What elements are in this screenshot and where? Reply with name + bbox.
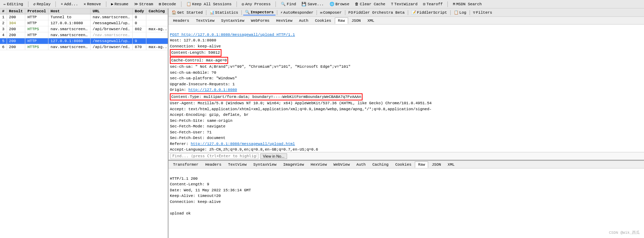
btn-composer[interactable]: ✉ Composer: [318, 10, 343, 15]
orchestra-icon: FO: [348, 11, 353, 15]
col-header-url[interactable]: URL: [91, 8, 133, 14]
col-header-protocol[interactable]: Protocol: [25, 8, 48, 14]
tab-resp-syntaxview[interactable]: SyntaxView: [250, 161, 280, 168]
tab-resp-textview[interactable]: TextView: [225, 161, 250, 168]
tab-resp-raw[interactable]: Raw: [415, 161, 428, 168]
btn-orchestra[interactable]: FO Fiddler Orchestra Beta: [347, 10, 406, 15]
log-icon: 📋: [454, 10, 459, 15]
tab-xml[interactable]: XML: [364, 18, 378, 24]
toolbar-decode[interactable]: ⊞ Decode: [157, 1, 177, 7]
right-toolbar: 🏠 Get Started 📊 Statistics 🔍 Inspectors …: [168, 8, 644, 17]
toolbar-tearoff[interactable]: ⊡ Tearoff: [422, 1, 444, 7]
table-row[interactable]: 6 200 HTTPS nav.smartscreen.mi... /api/b…: [0, 44, 168, 50]
cell-host: Tunnel to: [48, 14, 91, 20]
col-header-caching[interactable]: Caching: [146, 8, 168, 14]
toolbar-sep-6: [275, 1, 276, 7]
cell-caching: max-ag...: [146, 44, 168, 50]
toolbar-keep-all[interactable]: 📋 Keep All Sessions: [185, 1, 233, 7]
tab-raw[interactable]: Raw: [335, 18, 348, 24]
col-header-result[interactable]: Result: [7, 8, 25, 14]
request-text: POST http://127.0.0.1:8080/messagewall/u…: [170, 26, 643, 152]
toolbar-resume[interactable]: ▶ Resume: [110, 1, 130, 7]
find-bar: View in No...: [168, 152, 644, 160]
toolbar-browse[interactable]: 🌐 Browse: [328, 1, 351, 7]
tab-hexview[interactable]: HexView: [273, 18, 296, 24]
btn-log[interactable]: 📋 Log: [452, 10, 468, 15]
toolbar-editing[interactable]: ✏ Editing: [2, 1, 25, 7]
toolbar-replay[interactable]: ↺ Replay: [32, 1, 52, 7]
toolbar-find[interactable]: 🔍 Find: [279, 1, 297, 7]
col-header-body[interactable]: Body: [133, 8, 146, 14]
response-content[interactable]: HTTP/1.1 200 Content-Length: 9 Date: Wed…: [168, 168, 644, 238]
cell-caching: [146, 32, 168, 38]
table-row[interactable]: 1 200 HTTP Tunnel to nav.smartscreen.mic…: [0, 14, 168, 20]
cell-host: nav.smartscreen.mi...: [48, 44, 91, 50]
session-list-scroll[interactable]: # Result Protocol Host URL Body Caching …: [0, 8, 168, 238]
toolbar-remove[interactable]: ✕ Remove: [82, 1, 102, 7]
cell-protocol: HTTP: [25, 14, 48, 20]
auto-responder-icon: ⚡: [280, 10, 283, 15]
btn-fiddlerscript[interactable]: 📝 FiddlerScript: [410, 10, 449, 15]
origin-link[interactable]: http://127.0.0.1:8080: [188, 88, 237, 92]
toolbar-stream[interactable]: ≫ Stream: [133, 1, 155, 7]
cell-result: 304: [7, 20, 25, 26]
sec-fetch-user: Sec-Fetch-User: ?1: [170, 130, 212, 134]
toolbar-clear-cache[interactable]: 🗑 Clear Cache: [353, 1, 387, 7]
toolbar-sep-2: [55, 1, 56, 7]
cell-body: 802: [133, 26, 146, 32]
upgrade-line: Upgrade-Insecure-Requests: 1: [170, 82, 235, 86]
cell-host: 127.0.0.1:8080: [48, 38, 91, 44]
toolbar-save[interactable]: 💾 Save...: [300, 1, 325, 7]
tab-cookies[interactable]: Cookies: [312, 18, 334, 24]
tab-auth[interactable]: Auth: [296, 18, 311, 24]
decode-icon: ⊞: [159, 2, 161, 6]
tab-caching[interactable]: Caching: [369, 161, 392, 168]
find-input[interactable]: [171, 153, 258, 159]
tab-webview[interactable]: WebView: [330, 161, 353, 168]
content-length-line: Content-Length: 59012: [170, 49, 221, 57]
composer-icon: ✉: [320, 10, 323, 15]
tab-resp-xml[interactable]: XML: [445, 161, 458, 168]
table-row[interactable]: 4 200 HTTP nav.smartscreen.microsof /nav…: [0, 32, 168, 38]
btn-get-started[interactable]: 🏠 Get Started: [170, 10, 205, 15]
tab-webforms[interactable]: WebForms: [248, 18, 273, 24]
view-in-button[interactable]: View in No...: [260, 153, 287, 159]
tab-headers[interactable]: Headers: [170, 18, 192, 24]
request-content[interactable]: POST http://127.0.0.1:8080/messagewall/u…: [168, 25, 644, 152]
cell-url: nav.smartscreen.microsof...: [91, 14, 133, 20]
add-icon: +: [61, 2, 63, 6]
col-header-host[interactable]: Host: [48, 8, 91, 14]
table-row[interactable]: 2 304 HTTP 127.0.0.1:8080 /messagewall/u…: [0, 20, 168, 26]
btn-filters[interactable]: ▽ Filters: [471, 10, 494, 15]
keep-icon: 📋: [186, 2, 191, 6]
post-url-link[interactable]: POST http://127.0.0.1:8080/messagewall/u…: [170, 33, 295, 37]
toolbar-any-process[interactable]: ◎ Any Process: [240, 1, 272, 7]
toolbar-textwizard[interactable]: T TextWizard: [390, 2, 419, 7]
tab-json[interactable]: JSON: [348, 18, 364, 24]
tab-transformer[interactable]: Transformer: [170, 161, 202, 168]
tab-resp-auth[interactable]: Auth: [353, 161, 369, 168]
btn-auto-responder[interactable]: ⚡ AutoResponder: [279, 10, 315, 15]
btn-statistics[interactable]: 📊 Statistics: [208, 10, 240, 15]
toolbar-sep-5: [237, 1, 237, 7]
tab-textview[interactable]: TextView: [193, 18, 218, 24]
cell-host: nav.smartscreen.microsof: [48, 32, 91, 38]
tab-resp-json[interactable]: JSON: [429, 161, 444, 168]
toolbar-msdn[interactable]: M MSDN Search: [451, 2, 483, 7]
resp-line4: Keep-Alive: timeout=20: [170, 194, 221, 198]
tab-syntaxview[interactable]: SyntaxView: [218, 18, 247, 24]
toolbar-add[interactable]: + Add...: [59, 2, 79, 7]
sec-ch-mobile-line: sec-ch-ua-mobile: ?0: [170, 71, 216, 75]
btn-inspectors[interactable]: 🔍 Inspectors: [243, 9, 275, 15]
tab-imageview[interactable]: ImageView: [280, 161, 307, 168]
resp-line5: Connection: keep-alive: [170, 200, 221, 204]
origin-line: Origin: http://127.0.0.1:8080: [170, 88, 237, 92]
tab-resp-headers[interactable]: Headers: [202, 161, 225, 168]
table-row[interactable]: 3 200 HTTPS nav.smartscreen.mi... /api/b…: [0, 26, 168, 32]
tab-resp-hexview[interactable]: HexView: [307, 161, 330, 168]
referer-link[interactable]: http://127.0.0.1:8080/messagewall/upload…: [191, 142, 295, 146]
tab-resp-cookies[interactable]: Cookies: [392, 161, 414, 168]
table-row[interactable]: 5 200 HTTP 127.0.0.1:8080 /messagewall/u…: [0, 38, 168, 44]
toolbar-sep: [317, 10, 317, 15]
cell-num: 2: [0, 20, 7, 26]
